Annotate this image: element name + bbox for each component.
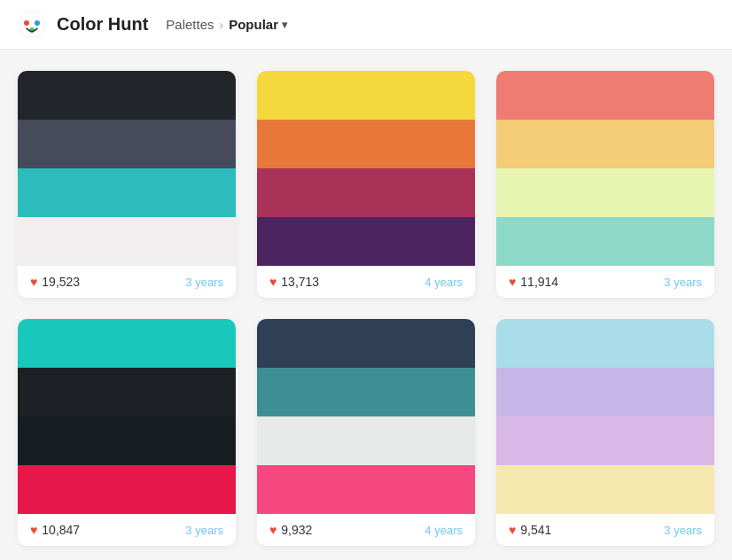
color-strip: [257, 465, 475, 514]
color-strip: [257, 217, 475, 266]
like-count[interactable]: ♥9,932: [269, 523, 312, 537]
time-label: 3 years: [664, 276, 702, 289]
color-strip: [18, 71, 236, 120]
heart-icon: ♥: [269, 523, 276, 537]
palette-meta: ♥11,9143 years: [496, 266, 714, 298]
color-strip: [257, 168, 475, 217]
color-strip: [18, 120, 236, 168]
svg-point-0: [19, 12, 45, 38]
time-label: 3 years: [664, 524, 702, 537]
like-count[interactable]: ♥9,541: [509, 523, 551, 537]
logo-icon: [18, 11, 46, 39]
palette-grid: ♥19,5233 years♥13,7134 years♥11,9143 yea…: [18, 71, 714, 546]
like-count[interactable]: ♥10,847: [30, 523, 80, 537]
palette-meta: ♥13,7134 years: [257, 266, 475, 298]
color-strip: [18, 368, 236, 416]
like-count[interactable]: ♥13,713: [269, 275, 319, 289]
color-strip: [18, 168, 236, 217]
color-strip: [18, 465, 236, 514]
palette-card[interactable]: ♥9,9324 years: [257, 319, 475, 546]
like-count[interactable]: ♥19,523: [30, 275, 80, 289]
time-label: 4 years: [424, 524, 463, 537]
breadcrumb: Palettes › Popular ▾: [166, 17, 287, 32]
like-number: 11,914: [520, 275, 558, 289]
svg-point-2: [35, 20, 40, 26]
logo-text: Color Hunt: [57, 14, 148, 35]
palette-card[interactable]: ♥10,8473 years: [18, 319, 236, 546]
like-number: 9,932: [281, 523, 312, 537]
palette-colors: [18, 71, 236, 266]
color-strip: [496, 465, 714, 514]
palette-meta: ♥10,8473 years: [18, 514, 236, 546]
palette-colors: [18, 319, 236, 514]
color-strip: [496, 71, 714, 120]
color-strip: [257, 368, 475, 416]
palette-card[interactable]: ♥13,7134 years: [257, 71, 475, 298]
palette-colors: [496, 71, 714, 266]
heart-icon: ♥: [30, 275, 37, 289]
palette-card[interactable]: ♥9,5413 years: [496, 319, 714, 546]
heart-icon: ♥: [30, 523, 37, 537]
breadcrumb-popular[interactable]: Popular ▾: [229, 17, 287, 32]
palette-meta: ♥9,9324 years: [257, 514, 475, 546]
main-content: ♥19,5233 years♥13,7134 years♥11,9143 yea…: [0, 50, 732, 560]
color-strip: [496, 416, 714, 465]
heart-icon: ♥: [269, 275, 276, 289]
palette-colors: [257, 319, 475, 514]
color-strip: [496, 120, 714, 168]
palette-card[interactable]: ♥11,9143 years: [496, 71, 714, 298]
like-count[interactable]: ♥11,914: [509, 275, 558, 289]
palette-meta: ♥19,5233 years: [18, 266, 236, 298]
like-number: 13,713: [281, 275, 319, 289]
color-strip: [496, 168, 714, 217]
heart-icon: ♥: [509, 523, 516, 537]
header: Color Hunt Palettes › Popular ▾: [0, 0, 732, 50]
color-strip: [257, 71, 475, 120]
breadcrumb-palettes[interactable]: Palettes: [166, 17, 214, 32]
color-strip: [18, 416, 236, 465]
color-strip: [18, 217, 236, 266]
color-strip: [496, 217, 714, 266]
like-number: 10,847: [42, 523, 80, 537]
color-strip: [257, 319, 475, 368]
color-strip: [496, 368, 714, 416]
breadcrumb-separator: ›: [220, 18, 224, 32]
palette-card[interactable]: ♥19,5233 years: [18, 71, 236, 298]
palette-colors: [496, 319, 714, 514]
palette-meta: ♥9,5413 years: [496, 514, 714, 546]
time-label: 3 years: [185, 276, 223, 289]
color-strip: [18, 319, 236, 368]
color-strip: [496, 319, 714, 368]
time-label: 3 years: [185, 524, 223, 537]
palette-colors: [257, 71, 475, 266]
heart-icon: ♥: [509, 275, 516, 289]
time-label: 4 years: [424, 276, 463, 289]
like-number: 19,523: [42, 275, 80, 289]
color-strip: [257, 416, 475, 465]
chevron-down-icon: ▾: [282, 19, 287, 31]
like-number: 9,541: [520, 523, 551, 537]
color-strip: [257, 120, 475, 168]
svg-point-1: [24, 20, 29, 26]
